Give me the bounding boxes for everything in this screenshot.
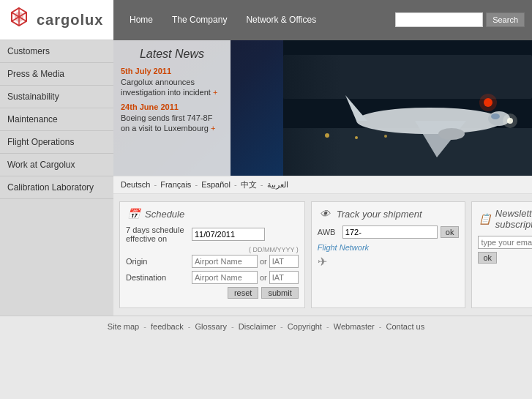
origin-input[interactable]	[192, 255, 258, 268]
schedule-effective-row: 7 days schedule effective on	[126, 225, 299, 243]
reset-button[interactable]: reset	[228, 287, 258, 299]
footer-glossary[interactable]: Glossary	[195, 322, 227, 331]
footer-sitemap[interactable]: Site map	[108, 322, 139, 331]
lang-arabic[interactable]: العربية	[267, 180, 288, 189]
date-format-hint: ( DD/MM/YYYY )	[126, 246, 299, 253]
schedule-widget-title: 📅 Schedule	[126, 208, 299, 220]
sidebar: Customers Press & Media Sustainability M…	[0, 40, 113, 316]
news-date-2[interactable]: 24th June 2011	[121, 102, 223, 111]
flight-network-link[interactable]: Flight Network	[318, 243, 460, 252]
nav-company[interactable]: The Company	[163, 10, 236, 29]
destination-iat-input[interactable]	[269, 271, 299, 284]
plane-icon: ✈	[318, 255, 460, 269]
newsletter-ok-button[interactable]: ok	[478, 252, 497, 264]
destination-row: Destination or	[126, 271, 299, 284]
lang-francais[interactable]: Français	[160, 180, 191, 189]
newsletter-email-input[interactable]	[478, 236, 532, 249]
hero-svg	[283, 40, 532, 176]
svg-point-10	[384, 135, 387, 138]
origin-iat-input[interactable]	[269, 255, 299, 268]
nav-home[interactable]: Home	[121, 10, 162, 29]
lang-espanol[interactable]: Español	[201, 180, 231, 189]
news-box: Latest News 5th July 2011 Cargolux annou…	[113, 40, 231, 176]
footer: Site map - feedback - Glossary - Disclai…	[0, 316, 532, 337]
sidebar-item-sustainability[interactable]: Sustainability	[0, 86, 113, 108]
awb-row: AWB ok	[318, 225, 460, 239]
schedule-buttons: reset submit	[126, 287, 299, 299]
track-widget-title: 👁 Track your shipment	[318, 208, 460, 220]
language-bar: Deutsch - Français - Español - 中文 - العر…	[113, 176, 532, 194]
sidebar-item-maintenance[interactable]: Maintenance	[0, 108, 113, 131]
latest-news-title: Latest News	[121, 48, 223, 61]
submit-button[interactable]: submit	[261, 287, 298, 299]
sidebar-item-calibration[interactable]: Calibration Laboratory	[0, 176, 113, 199]
newsletter-icon: 📋	[478, 213, 490, 225]
cargolux-logo-icon	[6, 7, 32, 33]
search-button[interactable]: Search	[486, 12, 525, 27]
footer-webmaster[interactable]: Webmaster	[334, 322, 375, 331]
svg-rect-21	[283, 40, 342, 176]
lang-deutsch[interactable]: Deutsch	[121, 180, 150, 189]
newsletter-widget: 📋 Newsletter subscription ok	[471, 201, 532, 308]
track-ok-button[interactable]: ok	[441, 226, 460, 238]
sidebar-item-flight[interactable]: Flight Operations	[0, 131, 113, 154]
search-input[interactable]	[395, 12, 483, 27]
search-area: Search	[388, 0, 532, 40]
widgets-area: 📅 Schedule 7 days schedule effective on …	[113, 194, 532, 316]
news-date-1[interactable]: 5th July 2011	[121, 67, 223, 75]
sidebar-item-press[interactable]: Press & Media	[0, 63, 113, 86]
main-content: Latest News 5th July 2011 Cargolux annou…	[113, 40, 532, 316]
sidebar-item-customers[interactable]: Customers	[0, 40, 113, 63]
schedule-widget: 📅 Schedule 7 days schedule effective on …	[119, 201, 305, 308]
awb-input[interactable]	[342, 225, 438, 239]
news-text-1: Cargolux announces investigation into in…	[121, 77, 223, 98]
schedule-date-input[interactable]	[192, 228, 265, 241]
destination-input[interactable]	[192, 271, 258, 284]
main-nav: Home The Company Network & Offices	[113, 0, 388, 40]
sidebar-item-work[interactable]: Work at Cargolux	[0, 154, 113, 176]
newsletter-widget-title: 📋 Newsletter subscription	[478, 208, 532, 230]
track-icon: 👁	[318, 208, 332, 220]
news-text-2: Boeing sends first 747-8F on a visit to …	[121, 113, 223, 134]
footer-feedback[interactable]: feedback	[151, 322, 184, 331]
nav-network[interactable]: Network & Offices	[237, 10, 325, 29]
footer-copyright[interactable]: Copyright	[288, 322, 322, 331]
svg-point-9	[355, 136, 358, 139]
origin-row: Origin or	[126, 255, 299, 268]
svg-point-18	[491, 113, 500, 119]
logo-area: cargolux	[0, 7, 113, 33]
hero-background	[283, 40, 532, 176]
track-widget: 👁 Track your shipment AWB ok Flight Netw…	[311, 201, 466, 308]
footer-disclaimer[interactable]: Disclaimer	[239, 322, 276, 331]
svg-point-20	[503, 113, 517, 128]
footer-contact[interactable]: Contact us	[386, 322, 425, 331]
logo-text: cargolux	[37, 12, 103, 29]
calendar-icon: 📅	[126, 208, 141, 220]
hero-image: Latest News 5th July 2011 Cargolux annou…	[113, 40, 532, 176]
svg-point-17	[438, 128, 465, 140]
lang-chinese[interactable]: 中文	[241, 180, 257, 189]
svg-point-12	[479, 94, 497, 111]
